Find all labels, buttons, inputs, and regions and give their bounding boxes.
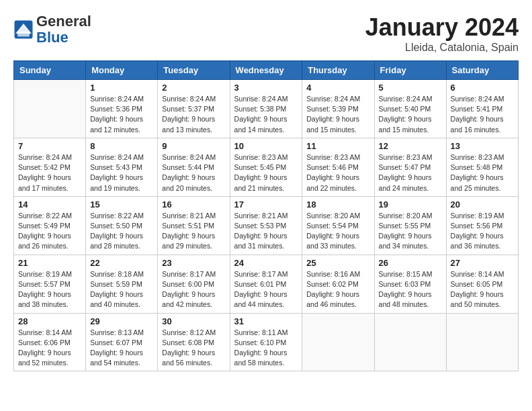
header-day-tuesday: Tuesday xyxy=(158,61,230,80)
calendar-cell: 14Sunrise: 8:22 AMSunset: 5:49 PMDayligh… xyxy=(14,196,86,255)
header-row: SundayMondayTuesdayWednesdayThursdayFrid… xyxy=(14,61,519,80)
day-number: 15 xyxy=(90,199,153,210)
day-info: Sunrise: 8:24 AMSunset: 5:40 PMDaylight:… xyxy=(379,94,442,135)
day-info: Sunrise: 8:20 AMSunset: 5:55 PMDaylight:… xyxy=(379,211,442,252)
day-info: Sunrise: 8:17 AMSunset: 6:00 PMDaylight:… xyxy=(162,269,225,310)
day-number: 25 xyxy=(306,258,369,268)
day-info: Sunrise: 8:24 AMSunset: 5:44 PMDaylight:… xyxy=(162,152,225,193)
day-info: Sunrise: 8:23 AMSunset: 5:46 PMDaylight:… xyxy=(306,152,369,193)
day-number: 12 xyxy=(379,141,442,151)
day-number: 22 xyxy=(90,258,153,268)
day-number: 9 xyxy=(162,141,225,151)
day-number: 5 xyxy=(379,83,442,93)
calendar-cell: 20Sunrise: 8:19 AMSunset: 5:56 PMDayligh… xyxy=(446,196,518,255)
calendar-cell: 4Sunrise: 8:24 AMSunset: 5:39 PMDaylight… xyxy=(302,80,374,138)
day-info: Sunrise: 8:20 AMSunset: 5:54 PMDaylight:… xyxy=(306,211,369,252)
calendar-week-1: 1Sunrise: 8:24 AMSunset: 5:36 PMDaylight… xyxy=(14,80,519,138)
day-number: 27 xyxy=(451,258,514,268)
header-day-thursday: Thursday xyxy=(302,61,374,80)
day-info: Sunrise: 8:12 AMSunset: 6:08 PMDaylight:… xyxy=(162,328,225,369)
calendar-cell: 27Sunrise: 8:14 AMSunset: 6:05 PMDayligh… xyxy=(446,255,518,313)
calendar-cell: 24Sunrise: 8:17 AMSunset: 6:01 PMDayligh… xyxy=(230,255,302,313)
day-info: Sunrise: 8:24 AMSunset: 5:36 PMDaylight:… xyxy=(90,94,153,135)
day-info: Sunrise: 8:18 AMSunset: 5:59 PMDaylight:… xyxy=(90,269,153,310)
day-number: 3 xyxy=(234,83,298,93)
calendar-cell: 2Sunrise: 8:24 AMSunset: 5:37 PMDaylight… xyxy=(158,80,230,138)
page-header: General Blue January 2024 Lleida, Catalo… xyxy=(13,13,519,54)
day-number: 18 xyxy=(306,199,369,210)
calendar-cell: 13Sunrise: 8:23 AMSunset: 5:48 PMDayligh… xyxy=(446,138,518,196)
calendar-cell: 30Sunrise: 8:12 AMSunset: 6:08 PMDayligh… xyxy=(158,313,230,371)
day-number: 11 xyxy=(306,141,369,151)
calendar-cell: 5Sunrise: 8:24 AMSunset: 5:40 PMDaylight… xyxy=(374,80,446,138)
month-title: January 2024 xyxy=(365,13,519,42)
header-day-saturday: Saturday xyxy=(446,61,518,80)
svg-rect-2 xyxy=(17,32,30,37)
day-number: 1 xyxy=(90,83,153,93)
day-info: Sunrise: 8:19 AMSunset: 5:57 PMDaylight:… xyxy=(18,269,81,310)
calendar-cell: 28Sunrise: 8:14 AMSunset: 6:06 PMDayligh… xyxy=(14,313,86,371)
calendar-cell xyxy=(374,313,446,371)
calendar-cell xyxy=(446,313,518,371)
calendar-cell: 12Sunrise: 8:23 AMSunset: 5:47 PMDayligh… xyxy=(374,138,446,196)
day-number: 16 xyxy=(162,199,225,210)
day-info: Sunrise: 8:11 AMSunset: 6:10 PMDaylight:… xyxy=(234,328,298,369)
day-info: Sunrise: 8:15 AMSunset: 6:03 PMDaylight:… xyxy=(379,269,442,310)
header-day-friday: Friday xyxy=(374,61,446,80)
calendar-cell: 25Sunrise: 8:16 AMSunset: 6:02 PMDayligh… xyxy=(302,255,374,313)
calendar-cell: 21Sunrise: 8:19 AMSunset: 5:57 PMDayligh… xyxy=(14,255,86,313)
day-info: Sunrise: 8:23 AMSunset: 5:45 PMDaylight:… xyxy=(234,152,298,193)
day-number: 17 xyxy=(234,199,298,210)
calendar-cell: 22Sunrise: 8:18 AMSunset: 5:59 PMDayligh… xyxy=(86,255,158,313)
day-number: 23 xyxy=(162,258,225,268)
calendar-body: 1Sunrise: 8:24 AMSunset: 5:36 PMDaylight… xyxy=(14,80,519,371)
day-number: 31 xyxy=(234,316,298,326)
calendar-cell: 8Sunrise: 8:24 AMSunset: 5:43 PMDaylight… xyxy=(86,138,158,196)
calendar-cell: 7Sunrise: 8:24 AMSunset: 5:42 PMDaylight… xyxy=(14,138,86,196)
calendar-cell: 3Sunrise: 8:24 AMSunset: 5:38 PMDaylight… xyxy=(230,80,302,138)
calendar-cell: 23Sunrise: 8:17 AMSunset: 6:00 PMDayligh… xyxy=(158,255,230,313)
day-info: Sunrise: 8:24 AMSunset: 5:41 PMDaylight:… xyxy=(451,94,514,135)
day-number: 13 xyxy=(451,141,514,151)
day-info: Sunrise: 8:21 AMSunset: 5:51 PMDaylight:… xyxy=(162,211,225,252)
calendar-cell: 29Sunrise: 8:13 AMSunset: 6:07 PMDayligh… xyxy=(86,313,158,371)
calendar-cell: 31Sunrise: 8:11 AMSunset: 6:10 PMDayligh… xyxy=(230,313,302,371)
calendar-cell: 11Sunrise: 8:23 AMSunset: 5:46 PMDayligh… xyxy=(302,138,374,196)
day-info: Sunrise: 8:14 AMSunset: 6:05 PMDaylight:… xyxy=(451,269,514,310)
day-number: 29 xyxy=(90,316,153,326)
logo-icon xyxy=(13,19,34,40)
day-info: Sunrise: 8:24 AMSunset: 5:37 PMDaylight:… xyxy=(162,94,225,135)
calendar-cell: 10Sunrise: 8:23 AMSunset: 5:45 PMDayligh… xyxy=(230,138,302,196)
calendar-cell: 16Sunrise: 8:21 AMSunset: 5:51 PMDayligh… xyxy=(158,196,230,255)
day-number: 20 xyxy=(451,199,514,210)
calendar-week-2: 7Sunrise: 8:24 AMSunset: 5:42 PMDaylight… xyxy=(14,138,519,196)
calendar-cell: 1Sunrise: 8:24 AMSunset: 5:36 PMDaylight… xyxy=(86,80,158,138)
day-number: 7 xyxy=(18,141,81,151)
day-info: Sunrise: 8:13 AMSunset: 6:07 PMDaylight:… xyxy=(90,328,153,369)
calendar-week-4: 21Sunrise: 8:19 AMSunset: 5:57 PMDayligh… xyxy=(14,255,519,313)
day-number: 24 xyxy=(234,258,298,268)
calendar-week-3: 14Sunrise: 8:22 AMSunset: 5:49 PMDayligh… xyxy=(14,196,519,255)
day-number: 2 xyxy=(162,83,225,93)
day-number: 14 xyxy=(18,199,81,210)
header-day-sunday: Sunday xyxy=(14,61,86,80)
logo: General Blue xyxy=(13,13,91,46)
day-number: 6 xyxy=(451,83,514,93)
day-info: Sunrise: 8:24 AMSunset: 5:42 PMDaylight:… xyxy=(18,152,81,193)
calendar-cell xyxy=(14,80,86,138)
logo-blue-text: Blue xyxy=(36,30,91,46)
day-info: Sunrise: 8:21 AMSunset: 5:53 PMDaylight:… xyxy=(234,211,298,252)
day-info: Sunrise: 8:19 AMSunset: 5:56 PMDaylight:… xyxy=(451,211,514,252)
day-number: 8 xyxy=(90,141,153,151)
day-number: 19 xyxy=(379,199,442,210)
day-info: Sunrise: 8:23 AMSunset: 5:48 PMDaylight:… xyxy=(451,152,514,193)
day-info: Sunrise: 8:23 AMSunset: 5:47 PMDaylight:… xyxy=(379,152,442,193)
day-number: 26 xyxy=(379,258,442,268)
title-block: January 2024 Lleida, Catalonia, Spain xyxy=(365,13,519,54)
day-info: Sunrise: 8:17 AMSunset: 6:01 PMDaylight:… xyxy=(234,269,298,310)
location-title: Lleida, Catalonia, Spain xyxy=(365,42,519,54)
calendar-table: SundayMondayTuesdayWednesdayThursdayFrid… xyxy=(13,60,519,371)
day-info: Sunrise: 8:22 AMSunset: 5:50 PMDaylight:… xyxy=(90,211,153,252)
day-info: Sunrise: 8:14 AMSunset: 6:06 PMDaylight:… xyxy=(18,328,81,369)
calendar-cell: 26Sunrise: 8:15 AMSunset: 6:03 PMDayligh… xyxy=(374,255,446,313)
